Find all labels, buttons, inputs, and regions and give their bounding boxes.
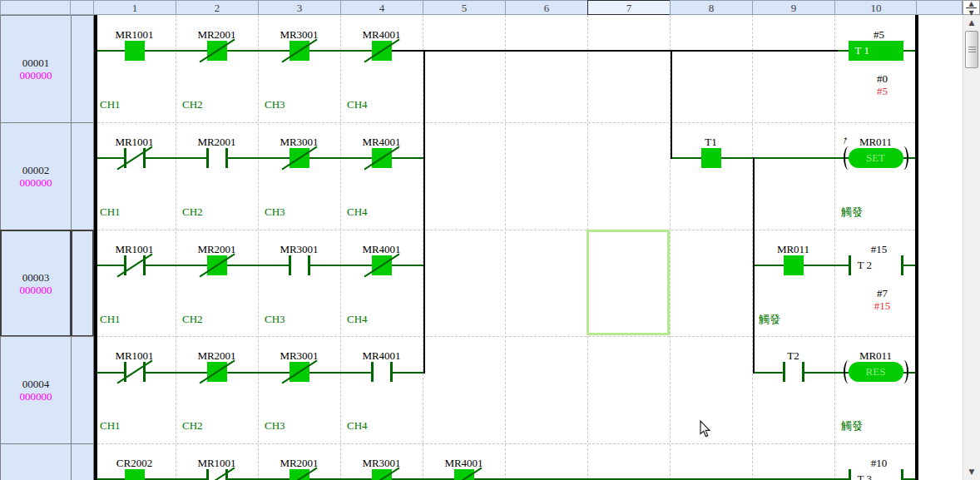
device-label: MR1001 [95,244,175,255]
column-header-4[interactable]: 4 [340,0,423,15]
coil-RES-MR011[interactable]: RES [849,362,903,382]
device-label: MR2001 [260,458,339,469]
row-header-narrow[interactable] [71,230,94,337]
device-comment: CH1 [100,206,176,219]
coil-operand-label: MR011 [836,136,916,148]
contact-body-energized [784,255,804,275]
coil-arc-left-icon [844,146,854,170]
thumb-grip [968,52,976,52]
device-label: MR1001 [95,136,175,148]
device-label: MR4001 [424,458,504,469]
column-header-9[interactable]: 9 [752,0,835,15]
device-label: MR4001 [342,136,422,148]
coil-SET-MR011[interactable]: SET [849,148,903,168]
column-header-10[interactable]: 10 [834,0,918,15]
mouse-cursor [700,420,711,438]
device-label: MR1001 [177,458,257,469]
contact-gap [209,156,225,162]
row-header-00004[interactable]: 00004000000 [0,336,72,444]
header-corner-cell [0,0,71,15]
rung-number: 00004 [1,378,71,390]
timer-bar [901,255,903,275]
rung-step-count: 000000 [1,390,71,403]
row-header-r5[interactable] [0,443,72,480]
column-header-3[interactable]: 3 [258,0,341,15]
column-header-5[interactable]: 5 [423,0,506,15]
device-label: MR4001 [342,244,422,255]
coil-comment: 觸發 [841,420,918,433]
coil-arc-right-icon [898,360,908,384]
device-label: CR2002 [95,458,175,469]
thumb-grip [968,49,976,50]
timer-box[interactable]: T 3 [851,469,901,480]
timer-bar [849,469,851,480]
device-comment: CH4 [347,99,423,111]
device-comment: 觸發 [759,314,835,326]
contact-gap [291,263,308,270]
contact-bar [289,255,291,275]
timer-T1[interactable]: T 1 [849,41,903,61]
device-label: T2 [754,350,834,362]
row-header-narrow[interactable] [71,336,94,444]
rung-number: 00001 [1,57,71,69]
device-label: MR2001 [177,244,257,255]
column-header-7[interactable]: 7 [587,0,671,15]
contact-body-energized [125,469,145,480]
column-header-6[interactable]: 6 [505,0,588,15]
contact-bar [308,255,310,275]
device-label: MR4001 [342,350,422,362]
right-power-rail [915,15,918,480]
row-header-00003[interactable]: 00003000000 [0,230,72,337]
scroll-down-icon[interactable]: ▼ [963,467,980,477]
contact-bar [390,362,393,382]
vertical-scrollbar[interactable]: ▲ ▼ [963,15,980,480]
device-comment: CH2 [182,420,259,433]
wire-segment [423,50,425,374]
wire-segment [903,265,916,266]
device-label: MR4001 [342,29,422,41]
coil-operand-label: MR011 [836,350,916,362]
column-header-2[interactable]: 2 [176,0,259,15]
split-view-handle[interactable]: ▲ ▼ [963,0,980,15]
row-header-narrow[interactable] [71,122,94,230]
timer-setpoint: #0 [849,73,916,85]
ladder-editor-window: MR1001CH1MR2001CH2MR3001CH3MR4001CH4T 1#… [0,0,980,480]
scrollbar-thumb[interactable] [965,31,978,68]
wire-segment [391,50,839,52]
header-corner-cell-2 [70,0,94,15]
device-comment: CH2 [182,206,259,219]
contact-bar [783,362,785,382]
ladder-layer: MR1001CH1MR2001CH2MR3001CH3MR4001CH4T 1#… [0,0,980,480]
timer-bar [849,255,851,275]
device-label: MR2001 [177,29,257,41]
row-header-narrow[interactable] [71,15,94,123]
rung-number: 00003 [2,271,70,284]
row-header-narrow[interactable] [71,443,94,480]
rung-step-count: 000000 [2,284,70,296]
column-header-1[interactable]: 1 [93,0,176,15]
device-comment: CH3 [265,99,341,111]
coil-arc-right-icon [898,146,908,170]
scroll-up-icon[interactable]: ▲ [963,17,980,27]
row-header-00002[interactable]: 00002000000 [0,122,72,230]
device-comment: CH4 [347,314,423,326]
timer-current-value: #15 [849,300,916,312]
device-label: MR2001 [177,136,257,148]
split-down-icon: ▼ [963,8,979,15]
timer-box[interactable]: T 2 [851,255,901,275]
device-label: MR3001 [260,29,339,41]
device-comment: CH3 [265,420,341,433]
device-comment: CH3 [265,206,341,219]
device-label: MR3001 [260,350,339,362]
wire-segment [753,157,755,374]
timer-current-value: #5 [849,86,916,97]
contact-bar [802,362,804,382]
coil-arc-left-icon [844,360,854,384]
row-header-00001[interactable]: 00001000000 [0,15,72,123]
timer-setpoint: #7 [849,288,916,299]
split-up-icon: ▲ [963,0,979,6]
column-header-8[interactable]: 8 [670,0,753,15]
device-comment: CH1 [100,420,176,433]
device-comment: CH3 [265,314,341,326]
contact-bar [206,148,209,168]
